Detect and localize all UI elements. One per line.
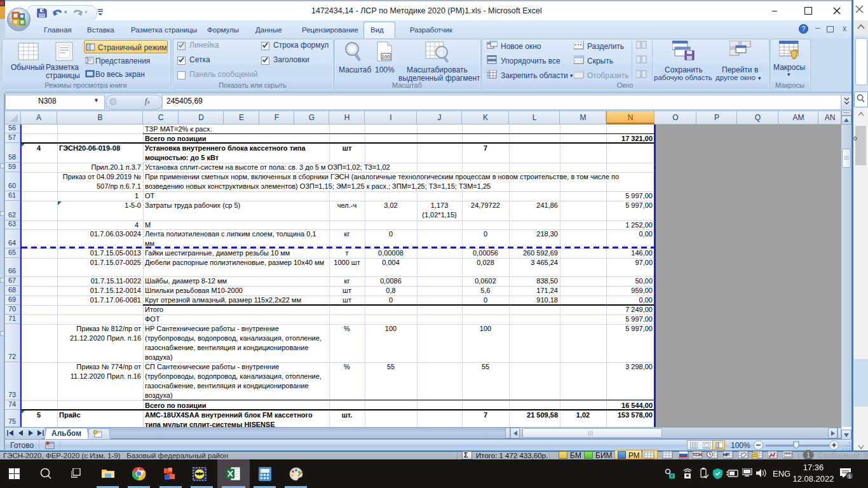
svg-text:100: 100	[381, 54, 390, 60]
svg-text:?: ?	[802, 25, 806, 32]
svg-text:1: 1	[806, 451, 810, 459]
svg-text:1: 1	[848, 473, 851, 479]
